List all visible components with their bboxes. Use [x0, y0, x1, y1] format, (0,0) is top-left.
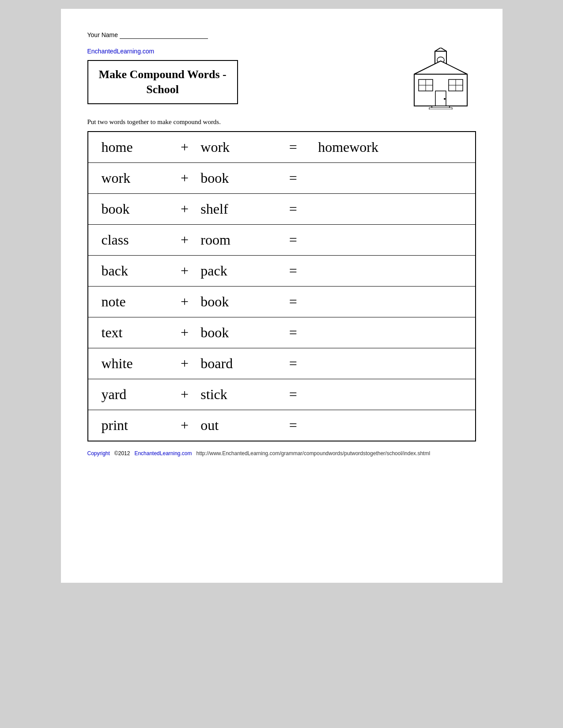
- word2-cell: board: [196, 348, 281, 379]
- svg-marker-5: [414, 61, 467, 74]
- equals-symbol: =: [281, 348, 305, 379]
- plus-symbol: +: [173, 132, 196, 163]
- word1-cell: back: [88, 256, 173, 287]
- svg-line-2: [441, 48, 446, 51]
- word2-cell: book: [196, 163, 281, 194]
- answer-cell: [305, 256, 475, 287]
- word1-cell: class: [88, 225, 173, 256]
- plus-symbol: +: [173, 163, 196, 194]
- equals-symbol: =: [281, 410, 305, 441]
- word2-cell: shelf: [196, 194, 281, 225]
- answer-cell: homework: [305, 132, 475, 163]
- word2-cell: book: [196, 317, 281, 348]
- svg-rect-16: [429, 108, 452, 109]
- table-row: note+book=: [88, 287, 476, 317]
- table-row: print+out=: [88, 410, 476, 441]
- svg-line-1: [435, 48, 441, 51]
- answer-cell: [305, 225, 475, 256]
- word1-cell: work: [88, 163, 173, 194]
- table-row: home+work=homework: [88, 132, 476, 163]
- page-title: Make Compound Words - School: [99, 67, 227, 97]
- footer-url: http://www.EnchantedLearning.com/grammar…: [196, 450, 431, 456]
- copyright-year: ©2012: [114, 450, 130, 456]
- title-box: Make Compound Words - School: [87, 60, 238, 104]
- word2-cell: pack: [196, 256, 281, 287]
- word1-cell: home: [88, 132, 173, 163]
- word2-cell: room: [196, 225, 281, 256]
- equals-symbol: =: [281, 287, 305, 317]
- table-row: white+board=: [88, 348, 476, 379]
- table-row: work+book=: [88, 163, 476, 194]
- answer-cell: [305, 163, 475, 194]
- copyright-link[interactable]: Copyright: [87, 450, 110, 456]
- plus-symbol: +: [173, 317, 196, 348]
- table-row: class+room=: [88, 225, 476, 256]
- word1-cell: print: [88, 410, 173, 441]
- plus-symbol: +: [173, 379, 196, 410]
- answer-cell: [305, 379, 475, 410]
- table-row: text+book=: [88, 317, 476, 348]
- word2-cell: stick: [196, 379, 281, 410]
- instruction-text: Put two words together to make compound …: [87, 118, 476, 126]
- equals-symbol: =: [281, 163, 305, 194]
- name-line: [120, 31, 208, 39]
- word2-cell: work: [196, 132, 281, 163]
- plus-symbol: +: [173, 225, 196, 256]
- answer-cell: [305, 317, 475, 348]
- word2-cell: book: [196, 287, 281, 317]
- your-name-label: Your Name: [87, 31, 476, 39]
- plus-symbol: +: [173, 194, 196, 225]
- word1-cell: white: [88, 348, 173, 379]
- enchanted-learning-link[interactable]: EnchantedLearning.com: [87, 48, 238, 55]
- equals-symbol: =: [281, 317, 305, 348]
- footer-enchanted-link[interactable]: EnchantedLearning.com: [134, 450, 192, 456]
- page: Your Name EnchantedLearning.com Make Com…: [61, 9, 503, 583]
- plus-symbol: +: [173, 348, 196, 379]
- answer-cell: [305, 410, 475, 441]
- answer-cell: [305, 348, 475, 379]
- table-row: book+shelf=: [88, 194, 476, 225]
- svg-point-8: [444, 98, 446, 100]
- equals-symbol: =: [281, 132, 305, 163]
- word1-cell: note: [88, 287, 173, 317]
- plus-symbol: +: [173, 256, 196, 287]
- table-row: back+pack=: [88, 256, 476, 287]
- footer: Copyright ©2012 EnchantedLearning.com ht…: [87, 450, 476, 456]
- school-icon: [405, 48, 476, 109]
- header-row: EnchantedLearning.com Make Compound Word…: [87, 48, 476, 109]
- word1-cell: book: [88, 194, 173, 225]
- word2-cell: out: [196, 410, 281, 441]
- word1-cell: text: [88, 317, 173, 348]
- plus-symbol: +: [173, 410, 196, 441]
- table-row: yard+stick=: [88, 379, 476, 410]
- equals-symbol: =: [281, 256, 305, 287]
- left-header: EnchantedLearning.com Make Compound Word…: [87, 48, 238, 104]
- word1-cell: yard: [88, 379, 173, 410]
- answer-cell: [305, 194, 475, 225]
- word-table: home+work=homeworkwork+book=book+shelf=c…: [87, 131, 476, 441]
- answer-cell: [305, 287, 475, 317]
- equals-symbol: =: [281, 194, 305, 225]
- equals-symbol: =: [281, 379, 305, 410]
- equals-symbol: =: [281, 225, 305, 256]
- plus-symbol: +: [173, 287, 196, 317]
